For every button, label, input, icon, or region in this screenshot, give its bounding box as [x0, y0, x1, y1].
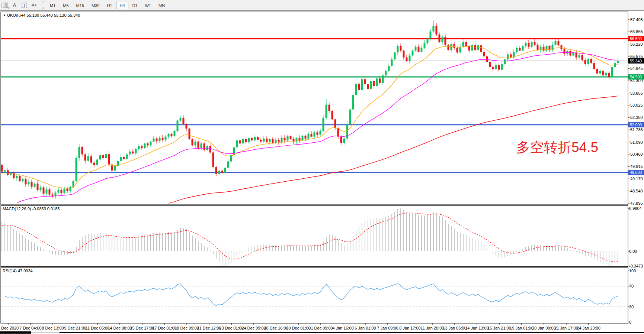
- macd-histogram-bar: [156, 233, 157, 251]
- macd-histogram-bar: [269, 244, 270, 251]
- candle-body: [159, 138, 161, 141]
- candle-body: [507, 54, 509, 59]
- macd-histogram-bar: [603, 251, 603, 264]
- macd-histogram-bar: [195, 238, 196, 251]
- tf-button-m1[interactable]: M1: [47, 2, 59, 9]
- macd-histogram-bar: [552, 246, 553, 251]
- candle-body: [87, 156, 89, 161]
- candle-body: [495, 65, 497, 69]
- macd-histogram-bar: [91, 234, 92, 251]
- macd-histogram-bar: [171, 233, 172, 251]
- candle-body: [346, 124, 348, 139]
- time-axis-label: 9 Dec 21:00: [64, 326, 86, 330]
- macd-pane[interactable]: [1, 206, 628, 267]
- time-axis-label: 17 Dec 01:00: [152, 326, 176, 330]
- macd-histogram-bar: [311, 246, 312, 251]
- macd-histogram-bar: [237, 251, 237, 257]
- macd-histogram-bar: [251, 247, 252, 251]
- candle-body: [266, 139, 268, 142]
- rsi-pane[interactable]: [1, 267, 628, 323]
- macd-histogram-bar: [168, 232, 169, 251]
- macd-histogram-bar: [10, 227, 11, 251]
- macd-histogram-bar: [260, 245, 261, 251]
- text-label-tool-icon[interactable]: A: [10, 1, 19, 9]
- candle-body: [233, 147, 235, 155]
- macd-histogram-bar: [296, 246, 297, 251]
- candle-body: [367, 84, 369, 89]
- tf-button-m30[interactable]: M30: [88, 2, 103, 9]
- macd-histogram-bar: [147, 234, 148, 251]
- candle-body: [64, 189, 65, 193]
- macd-histogram-bar: [522, 249, 523, 251]
- tf-button-h1[interactable]: H1: [103, 2, 115, 9]
- macd-axis-label: 0.9604: [629, 206, 642, 211]
- time-axis-label: 21 Dec 12:00: [197, 326, 221, 330]
- candle-body: [31, 182, 33, 187]
- macd-histogram-bar: [278, 246, 279, 251]
- macd-histogram-bar: [374, 219, 374, 251]
- macd-histogram-bar: [469, 237, 470, 251]
- candle-body: [489, 62, 491, 67]
- candle-body: [394, 52, 396, 59]
- macd-histogram-bar: [329, 235, 330, 251]
- tf-button-h4[interactable]: H4: [116, 2, 128, 9]
- macd-histogram-bar: [314, 245, 315, 251]
- macd-histogram-bar: [293, 246, 294, 251]
- macd-histogram-bar: [436, 213, 437, 251]
- macd-histogram-bar: [499, 251, 499, 257]
- macd-histogram-bar: [94, 234, 94, 251]
- macd-indicator-label: MACD(12,26,9) -0.0853 0.0185: [3, 207, 60, 211]
- candle-body: [320, 131, 321, 134]
- candle-body: [183, 118, 185, 124]
- macd-histogram-bar: [16, 231, 17, 251]
- macd-histogram-bar: [52, 251, 53, 254]
- candle-body: [385, 71, 387, 75]
- symbol-info-line: ▼ UKOil-,H4 55.180 55.440 55.130 55.340: [3, 13, 80, 17]
- candle-body: [189, 129, 190, 139]
- chart-canvas[interactable]: 57.49556.86556.22055.57554.94554.30053.6…: [0, 0, 644, 334]
- chevron-down-icon: ▾: [35, 3, 37, 7]
- tf-button-m5[interactable]: M5: [60, 2, 72, 9]
- macd-axis-label: -0.3473: [629, 264, 643, 268]
- macd-histogram-bar: [249, 248, 249, 251]
- time-axis-label: 18 Dec 09:00: [174, 326, 199, 330]
- drag-handle-grid-icon[interactable]: F: [1, 1, 9, 9]
- macd-histogram-bar: [445, 220, 446, 251]
- candle-body: [537, 45, 539, 50]
- tf-button-w1[interactable]: W1: [142, 2, 155, 9]
- text-box-tool-icon[interactable]: T: [20, 1, 28, 9]
- candle-body: [430, 32, 432, 39]
- tf-button-d1[interactable]: D1: [129, 2, 141, 9]
- arrow-objects-tool-icon[interactable]: ❖ ▾: [30, 1, 38, 9]
- price-axis-label: 49.170: [630, 176, 643, 181]
- macd-histogram-bar: [121, 239, 121, 251]
- candle-body: [123, 157, 125, 159]
- candle-body: [317, 132, 318, 134]
- bottom-scrollbar-thumb[interactable]: [31, 332, 60, 333]
- macd-histogram-bar: [272, 245, 273, 251]
- candle-body: [439, 35, 440, 42]
- macd-histogram-bar: [192, 236, 193, 251]
- macd-histogram-bar: [615, 251, 615, 263]
- main-pane[interactable]: [1, 12, 628, 205]
- macd-histogram-bar: [427, 215, 428, 251]
- candle-body: [418, 47, 420, 52]
- macd-histogram-bar: [579, 251, 580, 253]
- tf-button-m15[interactable]: M15: [73, 2, 87, 9]
- candle-body: [40, 188, 42, 190]
- macd-histogram-bar: [478, 240, 478, 251]
- macd-histogram-bar: [34, 243, 35, 251]
- macd-histogram-bar: [454, 228, 455, 251]
- collapse-triangle-icon[interactable]: ▼: [3, 14, 6, 17]
- tf-button-mn[interactable]: MN: [155, 2, 168, 9]
- macd-histogram-bar: [126, 238, 127, 251]
- candle-body: [305, 136, 307, 139]
- macd-histogram-bar: [600, 251, 600, 262]
- candle-body: [147, 143, 149, 145]
- macd-histogram-bar: [377, 218, 377, 251]
- price-axis-label: 51.735: [630, 127, 643, 132]
- macd-histogram-bar: [430, 214, 431, 251]
- candle-body: [281, 138, 283, 142]
- time-axis-label: 15 Jan 21:00: [487, 326, 511, 330]
- price-axis-label: 51.090: [630, 140, 643, 145]
